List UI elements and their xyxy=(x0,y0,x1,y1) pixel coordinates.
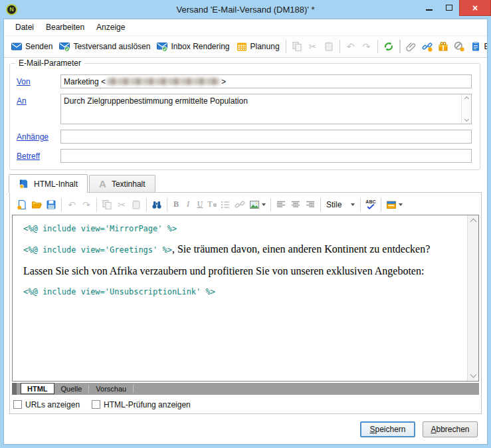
von-field[interactable]: Marketing < > xyxy=(60,74,472,88)
planning-button[interactable]: Planung xyxy=(233,39,283,54)
scroll-up-icon[interactable] xyxy=(464,96,468,101)
betreff-field[interactable] xyxy=(60,149,472,163)
anhaenge-link[interactable]: Anhänge xyxy=(17,130,60,142)
clipboard-icon xyxy=(324,41,334,52)
view-tab-quelle[interactable]: Quelle xyxy=(54,383,89,395)
an-value: Durch Zielgruppenbestimmung ermittelte P… xyxy=(61,94,461,124)
von-row: Von Marketing < > xyxy=(17,74,472,88)
properties-button[interactable]: Eigensch xyxy=(467,39,487,54)
cut-button: ✂ xyxy=(305,39,321,54)
new-document-button[interactable] xyxy=(15,197,29,212)
spellcheck-abc: ABC xyxy=(365,199,375,204)
toolbar-separator xyxy=(381,198,381,211)
new-document-icon xyxy=(17,199,27,210)
copy-icon xyxy=(292,41,302,52)
align-left-button[interactable] xyxy=(274,197,288,212)
copy-icon xyxy=(102,199,112,210)
an-field[interactable]: Durch Zielgruppenbestimmung ermittelte P… xyxy=(60,94,472,124)
spellcheck-button[interactable]: ABC xyxy=(363,199,377,210)
align-right-button[interactable] xyxy=(303,197,318,212)
editor-copy-button xyxy=(100,197,114,212)
html-editor-canvas[interactable]: <%@ include view='MirrorPage' %> <%@ inc… xyxy=(13,215,467,381)
toolbar-separator xyxy=(286,40,286,53)
insert-image-button[interactable] xyxy=(247,197,268,212)
styles-dropdown[interactable]: Stile xyxy=(324,198,357,211)
cancel-dialog-button[interactable]: Abbrechen xyxy=(423,421,478,437)
calendar-icon xyxy=(237,41,247,52)
offer-button[interactable] xyxy=(435,39,451,54)
toolbar-separator xyxy=(146,198,147,211)
link-icon xyxy=(422,41,433,52)
gift-icon xyxy=(438,41,448,52)
proof-button[interactable] xyxy=(451,39,467,54)
save-button[interactable] xyxy=(44,197,58,212)
urls-checkbox[interactable] xyxy=(13,400,22,409)
menu-datei[interactable]: Datei xyxy=(9,19,40,35)
include-unsubscription: <%@ include view='UnsubscriptionLink' %> xyxy=(23,287,456,296)
betreff-link[interactable]: Betreff xyxy=(17,149,60,161)
html-check-checkbox-row[interactable]: HTML-Prüfung anzeigen xyxy=(92,400,191,409)
minimize-button[interactable] xyxy=(419,0,439,15)
anhaenge-row: Anhänge xyxy=(17,130,472,144)
tracking-links-button[interactable] xyxy=(419,39,435,54)
envelope-icon xyxy=(11,41,22,52)
cancel-rest: bbrechen xyxy=(436,425,469,434)
send-button[interactable]: Senden xyxy=(8,39,56,54)
text-content-icon: A xyxy=(99,179,106,189)
test-send-button[interactable]: Testversand auslösen xyxy=(56,39,153,54)
an-scrollbar[interactable] xyxy=(461,94,471,124)
align-left-icon xyxy=(276,199,286,210)
html-check-checkbox[interactable] xyxy=(92,400,100,409)
betreff-row: Betreff xyxy=(17,149,472,163)
editor-toolbar: ↶ ↷ ✂ B I U T xyxy=(12,194,479,215)
include-greetings: <%@ include view='Greetings' %> xyxy=(23,245,172,255)
scroll-up-icon[interactable] xyxy=(470,219,476,225)
find-button[interactable] xyxy=(149,197,164,212)
dropdown-arrow-icon[interactable] xyxy=(399,203,403,206)
anhaenge-field[interactable] xyxy=(60,130,472,144)
link-icon xyxy=(235,199,245,210)
client-area: Datei Bearbeiten Anzeige Senden Testvers… xyxy=(3,19,488,445)
view-tab-vorschau[interactable]: Vorschau xyxy=(89,383,133,395)
html-content-page: ↶ ↷ ✂ B I U T xyxy=(9,192,482,414)
menu-anzeige[interactable]: Anzeige xyxy=(90,19,131,35)
toolbar-separator xyxy=(61,198,62,211)
personalization-block-button[interactable] xyxy=(384,197,405,212)
dropdown-arrow-icon[interactable] xyxy=(262,203,266,206)
redo-icon: ↷ xyxy=(81,199,92,210)
attachments-button[interactable] xyxy=(403,39,419,54)
an-link[interactable]: An xyxy=(17,94,60,106)
scroll-down-icon[interactable] xyxy=(470,372,476,378)
urls-checkbox-row[interactable]: URLs anzeigen xyxy=(13,400,80,409)
options-row: URLs anzeigen HTML-Prüfung anzeigen xyxy=(12,395,479,411)
font-size-glyph: T xyxy=(207,199,212,209)
title-bar: N Versand 'E-Mail-Versand (DM188)' * × xyxy=(3,0,488,19)
editor-cut-button: ✂ xyxy=(114,197,129,212)
align-right-icon xyxy=(305,199,316,210)
refresh-button[interactable] xyxy=(381,39,397,54)
view-tab-html[interactable]: HTML xyxy=(21,383,54,394)
open-button[interactable] xyxy=(29,197,44,212)
menu-bearbeiten[interactable]: Bearbeiten xyxy=(40,19,90,35)
close-button[interactable]: × xyxy=(459,0,491,16)
scissors-icon: ✂ xyxy=(308,41,318,52)
maximize-button[interactable] xyxy=(439,0,459,15)
underline-button: U xyxy=(194,199,206,209)
tab-textinhalt[interactable]: A Textinhalt xyxy=(89,175,155,193)
editor-redo-button: ↷ xyxy=(79,197,94,212)
toolbar-separator xyxy=(167,198,167,211)
include-mirrorpage: <%@ include view='MirrorPage' %> xyxy=(23,224,456,233)
paperclip-icon xyxy=(406,41,417,52)
toolbar-separator xyxy=(340,40,340,53)
tab-html-inhalt[interactable]: HTML-Inhalt xyxy=(9,174,88,193)
email-parameter-group: E-Mail-Parameter Von Marketing < > An Du… xyxy=(9,63,480,170)
align-center-button[interactable] xyxy=(288,197,303,212)
copy-button xyxy=(289,39,305,54)
save-dialog-button[interactable]: Speichern xyxy=(360,421,415,437)
inbox-rendering-button[interactable]: Inbox Rendering xyxy=(153,39,233,54)
scroll-down-icon[interactable] xyxy=(464,117,468,122)
app-window: N Versand 'E-Mail-Versand (DM188)' * × D… xyxy=(0,0,491,448)
von-link[interactable]: Von xyxy=(17,74,60,86)
editor-scrollbar[interactable] xyxy=(467,215,478,381)
floppy-disk-icon xyxy=(46,199,56,210)
